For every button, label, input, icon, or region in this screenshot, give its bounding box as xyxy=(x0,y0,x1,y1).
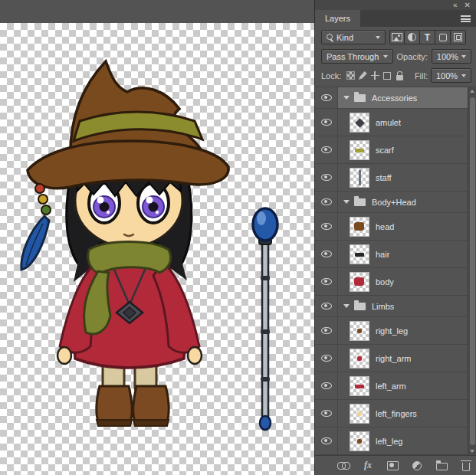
lock-all-button[interactable] xyxy=(393,70,405,81)
delete-button[interactable] xyxy=(459,459,473,472)
visibility-toggle[interactable] xyxy=(315,192,338,212)
layer-name[interactable]: amulet xyxy=(376,118,401,127)
photoshop-window: « ✕ Layers Kind T Pass Through Opacity: … xyxy=(0,0,476,475)
layer-row-hair[interactable]: hair xyxy=(315,241,468,268)
shape-button[interactable] xyxy=(435,30,451,44)
layer-row-scarf[interactable]: scarf xyxy=(315,136,468,164)
visibility-toggle[interactable] xyxy=(315,213,338,240)
eye-icon xyxy=(321,303,332,310)
layer-thumbnail[interactable] xyxy=(350,217,369,237)
layer-name[interactable]: Limbs xyxy=(372,302,394,311)
panel-menu-icon[interactable] xyxy=(461,15,471,22)
visibility-toggle[interactable] xyxy=(315,136,338,163)
layer-thumbnail[interactable] xyxy=(350,321,369,341)
layer-group-body-head[interactable]: Body+Head xyxy=(315,192,468,213)
layer-thumbnail[interactable] xyxy=(350,168,369,188)
layer-thumbnail[interactable] xyxy=(350,376,369,396)
layer-row-left-leg[interactable]: left_leg xyxy=(315,428,468,455)
kind-filter-select[interactable]: Kind xyxy=(321,30,386,44)
layer-row-right-arm[interactable]: right_arm xyxy=(315,345,468,372)
layer-thumbnail[interactable] xyxy=(350,244,369,264)
layer-thumbnail[interactable] xyxy=(350,140,369,160)
layer-name[interactable]: head xyxy=(376,222,394,231)
layer-row-head[interactable]: head xyxy=(315,213,468,241)
layer-name[interactable]: left_arm xyxy=(376,382,406,391)
layer-row-content: left_leg xyxy=(338,428,468,454)
move-lock-button[interactable] xyxy=(369,70,381,81)
layer-row-content: amulet xyxy=(338,109,468,136)
fx-button[interactable]: fx xyxy=(361,459,375,472)
layer-thumbnail[interactable] xyxy=(350,272,369,292)
layer-name[interactable]: left_leg xyxy=(376,437,402,446)
blend-mode-select[interactable]: Pass Through xyxy=(321,49,393,64)
visibility-toggle[interactable] xyxy=(315,241,338,267)
layer-name[interactable]: Accessories xyxy=(372,93,417,103)
visibility-toggle[interactable] xyxy=(315,428,338,454)
layer-name[interactable]: scarf xyxy=(376,146,394,155)
layer-thumbnail[interactable] xyxy=(350,431,369,451)
expand-collapse-triangle-icon[interactable] xyxy=(343,304,350,308)
layer-name[interactable]: right_leg xyxy=(376,326,408,336)
visibility-toggle[interactable] xyxy=(315,268,338,295)
collapse-panels-icon[interactable]: « xyxy=(453,2,458,9)
layer-thumbnail[interactable] xyxy=(350,113,369,133)
layer-name[interactable]: left_fingers xyxy=(376,409,417,418)
visibility-toggle[interactable] xyxy=(315,164,338,191)
visibility-toggle[interactable] xyxy=(315,317,338,344)
transparency-lock-button[interactable] xyxy=(344,70,356,81)
tab-layers[interactable]: Layers xyxy=(315,10,360,27)
layer-mask-button[interactable] xyxy=(386,459,399,472)
visibility-toggle[interactable] xyxy=(315,345,338,372)
scrollbar-thumb[interactable] xyxy=(470,97,475,445)
layer-row-right-leg[interactable]: right_leg xyxy=(315,317,468,345)
visibility-toggle[interactable] xyxy=(315,400,338,427)
scrollbar[interactable] xyxy=(468,87,476,455)
eye-icon xyxy=(321,382,332,389)
layer-name[interactable]: body xyxy=(376,277,394,287)
link-button[interactable] xyxy=(336,459,350,472)
brush-lock-button[interactable] xyxy=(356,70,369,81)
layer-row-staff[interactable]: staff xyxy=(315,164,468,192)
eye-icon xyxy=(321,146,332,153)
transparency-checkerboard-canvas[interactable] xyxy=(0,23,314,475)
document-area xyxy=(0,0,314,475)
expand-collapse-triangle-icon[interactable] xyxy=(343,200,350,204)
layer-row-left-arm[interactable]: left_arm xyxy=(315,372,468,400)
layer-name[interactable]: hair xyxy=(376,250,389,259)
new-group-button[interactable] xyxy=(435,459,448,472)
layer-row-content: left_fingers xyxy=(338,400,468,427)
layer-name[interactable]: Body+Head xyxy=(372,198,416,207)
thumbnail-content xyxy=(357,356,362,361)
layer-row-amulet[interactable]: amulet xyxy=(315,109,468,136)
adjustment-half-button[interactable] xyxy=(405,30,420,44)
opacity-select[interactable]: 100% xyxy=(432,49,471,64)
image-button[interactable] xyxy=(389,30,405,44)
layer-mask-icon xyxy=(387,461,399,470)
artboard-lock-button[interactable] xyxy=(381,70,393,81)
layer-group-accessories[interactable]: Accessories xyxy=(315,87,468,109)
layer-thumbnail[interactable] xyxy=(350,349,369,369)
type-button[interactable]: T xyxy=(420,30,435,44)
adjustment-circle-button[interactable] xyxy=(410,459,424,472)
opacity-label: Opacity: xyxy=(397,52,428,61)
layer-name[interactable]: staff xyxy=(376,173,392,182)
layer-thumbnail[interactable] xyxy=(350,404,369,424)
scroll-down-arrow[interactable] xyxy=(470,450,474,453)
smart-object-button[interactable] xyxy=(451,30,466,44)
fill-select[interactable]: 100% xyxy=(431,68,471,83)
layer-row-body[interactable]: body xyxy=(315,268,468,296)
layer-row-content: right_arm xyxy=(338,345,468,372)
close-panel-icon[interactable]: ✕ xyxy=(465,2,471,9)
expand-collapse-triangle-icon[interactable] xyxy=(343,96,350,100)
layer-group-limbs[interactable]: Limbs xyxy=(315,296,468,317)
visibility-toggle[interactable] xyxy=(315,372,338,399)
visibility-toggle[interactable] xyxy=(315,87,338,108)
visibility-toggle[interactable] xyxy=(315,109,338,136)
eye-icon xyxy=(321,94,332,101)
layer-filter-row: Kind T xyxy=(315,27,476,47)
layer-row-left-fingers[interactable]: left_fingers xyxy=(315,400,468,428)
scroll-up-arrow[interactable] xyxy=(470,90,474,93)
layer-row-content: left_arm xyxy=(338,372,468,399)
layer-name[interactable]: right_arm xyxy=(376,354,411,363)
visibility-toggle[interactable] xyxy=(315,296,338,316)
